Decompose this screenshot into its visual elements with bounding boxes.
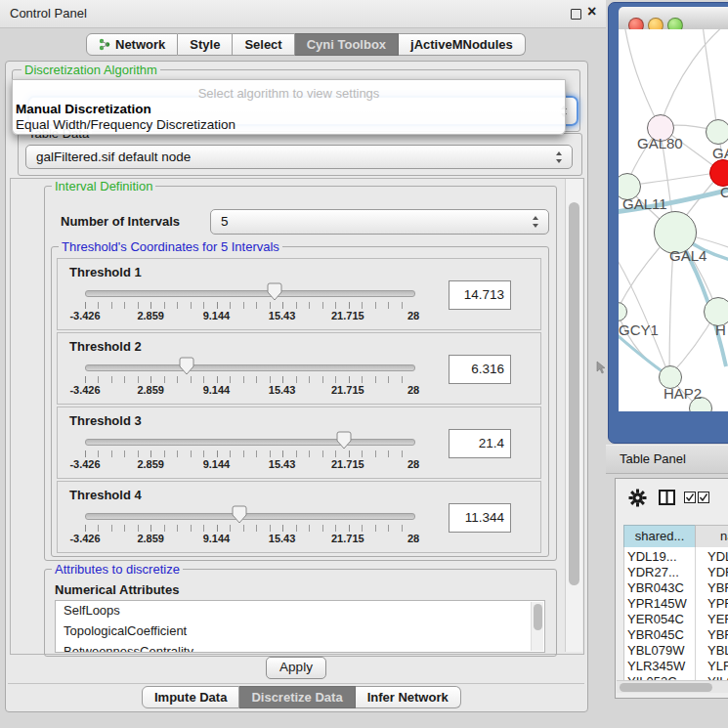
- gear-icon[interactable]: [628, 489, 647, 507]
- threshold-2-panel: Threshold 2 -3.426 2.859 9.144 15.43 21.…: [57, 332, 541, 405]
- node-label: GAL: [712, 145, 728, 161]
- table-row[interactable]: YBR045CYBR0: [623, 627, 728, 643]
- threshold-4-tickmarks: [85, 525, 414, 532]
- threshold-3-label: Threshold 3: [69, 413, 142, 428]
- threshold-1-panel: Threshold 1 -3.426 2.859 9.144 15.43 21.…: [57, 258, 541, 330]
- threshold-2-slider-thumb[interactable]: [179, 357, 194, 376]
- algorithm-dropdown-popup: Select algorithm to view settings Manual…: [12, 79, 566, 135]
- vertical-scrollbar[interactable]: [565, 179, 582, 652]
- node-label: HAP2: [664, 385, 702, 402]
- threshold-1-ticklabels: -3.426 2.859 9.144 15.43 21.715 28: [85, 310, 413, 322]
- control-panel-tabs: Network Style Select Cyni Toolbox jActiv…: [86, 33, 526, 56]
- number-of-intervals-label: Number of Intervals: [61, 214, 180, 229]
- threshold-3-panel: Threshold 3 -3.426 2.859 9.144 15.43 21.…: [57, 407, 541, 479]
- threshold-4-panel: Threshold 4 -3.426 2.859 9.144 15.43 21.…: [57, 481, 541, 553]
- threshold-4-value-field[interactable]: 11.344: [449, 503, 511, 533]
- threshold-3-tickmarks: [85, 450, 414, 457]
- horizontal-scrollbar[interactable]: [617, 680, 728, 693]
- threshold-3-slider-thumb[interactable]: [336, 431, 352, 450]
- threshold-2-label: Threshold 2: [69, 339, 142, 354]
- tab-infer-network[interactable]: Infer Network: [356, 686, 461, 708]
- threshold-2-value-field[interactable]: 6.316: [449, 355, 511, 384]
- threshold-4-label: Threshold 4: [69, 488, 142, 502]
- combo-arrows-icon: [556, 151, 563, 163]
- column-header-shared-name[interactable]: shared...: [623, 525, 696, 548]
- table-panel-titlebar: Table Panel: [606, 445, 728, 474]
- node-label: H: [715, 321, 726, 338]
- threshold-coordinates-group-title: Threshold's Coordinates for 5 Intervals: [59, 239, 282, 254]
- threshold-2-ticklabels: -3.426 2.859 9.144 15.43 21.715 28: [85, 384, 413, 397]
- network-canvas[interactable]: GAL80 GAL C GAL11 GAL4 GCY1 H HAP2: [619, 29, 728, 411]
- numerical-attributes-label: Numerical Attributes: [55, 582, 179, 597]
- tab-cyni-toolbox[interactable]: Cyni Toolbox: [295, 33, 399, 56]
- list-scrollbar[interactable]: [531, 602, 543, 651]
- node-label: GAL11: [622, 195, 667, 212]
- network-window-titlebar[interactable]: [619, 7, 728, 30]
- network-node[interactable]: [706, 119, 728, 145]
- threshold-3-value-field[interactable]: 21.4: [449, 429, 511, 458]
- table-row[interactable]: YER054CYER0: [623, 612, 728, 627]
- list-item[interactable]: BetweennessCentrality: [56, 642, 544, 653]
- tab-network[interactable]: Network: [86, 33, 178, 56]
- control-panel-title: Control Panel: [10, 6, 87, 21]
- checkbox-columns-icon[interactable]: [684, 492, 709, 503]
- table-row[interactable]: YLR345WYLR3: [623, 659, 728, 674]
- node-label: GAL4: [669, 247, 707, 264]
- threshold-1-label: Threshold 1: [69, 265, 142, 279]
- list-item[interactable]: SelfLoops: [56, 601, 544, 621]
- list-item[interactable]: TopologicalCoefficient: [56, 621, 544, 642]
- attributes-group-title: Attributes to discretize: [52, 562, 183, 577]
- threshold-4-ticklabels: -3.426 2.859 9.144 15.43 21.715 28: [85, 533, 413, 545]
- numerical-attributes-list[interactable]: SelfLoops TopologicalCoefficient Between…: [55, 600, 545, 653]
- list-scrollbar-thumb[interactable]: [534, 604, 542, 630]
- node-label: GAL80: [637, 135, 683, 151]
- threshold-2-tickmarks: [85, 376, 414, 383]
- tab-network-label: Network: [115, 34, 165, 55]
- tab-style[interactable]: Style: [178, 33, 233, 56]
- table-panel-title: Table Panel: [620, 451, 686, 466]
- number-of-intervals-value: 5: [221, 214, 229, 229]
- mouse-cursor: [596, 361, 606, 374]
- table-data-combobox[interactable]: galFiltered.sif default node: [25, 145, 573, 169]
- apply-button[interactable]: Apply: [266, 657, 326, 679]
- table-panel-toolbar: [616, 479, 728, 522]
- table-row[interactable]: YDL19...YDL1: [623, 549, 728, 565]
- interval-definition-group-title: Interval Definition: [52, 179, 155, 193]
- panel-divider: [8, 683, 584, 684]
- table-panel-box: shared... na YDL19...YDL1 YDR27...YDR2 Y…: [615, 478, 728, 699]
- threshold-1-slider-thumb[interactable]: [267, 282, 282, 302]
- network-icon: [99, 38, 110, 51]
- tab-select[interactable]: Select: [233, 33, 294, 56]
- tab-jactivemnodules[interactable]: jActiveMNodules: [399, 33, 526, 56]
- threshold-4-slider-thumb[interactable]: [232, 505, 247, 525]
- tab-impute-data[interactable]: Impute Data: [142, 686, 239, 708]
- table-row[interactable]: YPR145WYPR1: [623, 596, 728, 612]
- split-columns-icon[interactable]: [659, 490, 675, 505]
- algorithm-option-equal-width[interactable]: Equal Width/Frequency Discretization: [16, 117, 236, 132]
- spinner-arrows-icon: [533, 216, 539, 228]
- close-icon[interactable]: ×: [587, 3, 596, 21]
- table-row[interactable]: YBR043CYBR0: [623, 580, 728, 596]
- horizontal-scrollbar-thumb[interactable]: [620, 683, 712, 692]
- column-header-name[interactable]: na: [695, 525, 728, 548]
- table-data-selected-value: galFiltered.sif default node: [36, 150, 191, 164]
- algorithm-placeholder-option[interactable]: Select algorithm to view settings: [13, 86, 565, 101]
- tab-discretize-data[interactable]: Discretize Data: [239, 686, 355, 708]
- node-label: C: [720, 184, 728, 200]
- threshold-1-value-field[interactable]: 14.713: [449, 280, 511, 310]
- threshold-3-ticklabels: -3.426 2.859 9.144 15.43 21.715 28: [85, 458, 413, 471]
- table-row[interactable]: YDR27...YDR2: [623, 565, 728, 580]
- threshold-1-tickmarks: [85, 302, 414, 309]
- vertical-scrollbar-thumb[interactable]: [569, 202, 579, 585]
- bottom-tabs: Impute Data Discretize Data Infer Networ…: [142, 686, 461, 707]
- number-of-intervals-spinner[interactable]: 5: [210, 209, 549, 235]
- node-label: GCY1: [619, 321, 659, 338]
- discretization-algorithm-group-title: Discretization Algorithm: [21, 63, 160, 77]
- float-window-icon[interactable]: [571, 9, 581, 20]
- control-panel-titlebar: Control Panel ×: [0, 0, 606, 28]
- algorithm-option-manual[interactable]: Manual Discretization: [16, 102, 151, 116]
- application-root: Control Panel × Network Style Select Cyn…: [0, 0, 728, 728]
- table-row[interactable]: YBL079WYBL0: [623, 643, 728, 659]
